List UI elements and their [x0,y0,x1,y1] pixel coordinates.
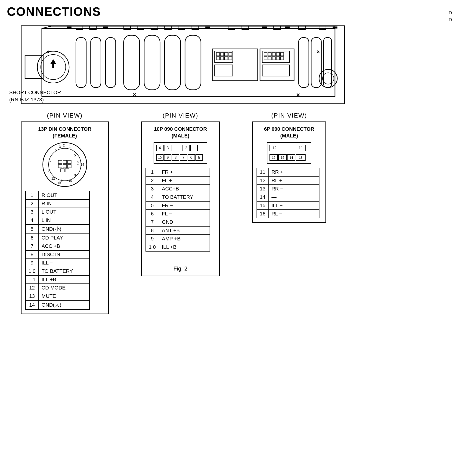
svg-rect-71 [63,160,67,164]
svg-rect-12 [106,38,116,87]
svg-rect-7 [52,62,54,68]
pin-view-label-13p: (PIN VIEW) [47,112,83,119]
svg-rect-34 [268,53,271,56]
svg-rect-59 [274,26,280,30]
svg-text:14: 14 [289,156,293,160]
svg-rect-36 [276,53,280,56]
svg-rect-39 [268,57,271,60]
table-row: 13RR − [257,185,319,193]
svg-rect-55 [178,26,185,30]
svg-text:8: 8 [48,168,49,172]
svg-text:2: 2 [63,143,65,147]
svg-rect-31 [262,51,290,62]
svg-rect-24 [225,53,228,56]
table-row: 12CD MODE [26,284,90,292]
table-row: 1 0TO BATTERY [26,267,90,275]
svg-rect-45 [324,38,332,87]
table-row: 5GND(小) [26,224,90,234]
svg-text:×: × [296,91,300,98]
table-row: 2R IN [26,200,90,208]
pin-view-block-10p: (PIN VIEW) 10P 090 CONNECTOR(MALE) 4 3 2 [141,112,220,276]
svg-text:13: 13 [57,181,61,185]
pin-view-label-10p: (PIN VIEW) [163,112,198,119]
svg-text:×: × [47,49,49,55]
device-svg: × × × [21,26,345,104]
svg-rect-93 [154,142,207,163]
pin-view-block-13p: (PIN VIEW) 13P DIN CONNECTOR(FEMALE) [21,112,109,314]
svg-text:3: 3 [59,145,61,148]
svg-text:10: 10 [68,179,72,183]
table-row: 4L IN [26,216,90,224]
table-row: 9AMP +B [146,235,210,243]
table-row: 3ACC+B [146,185,210,193]
svg-text:10: 10 [158,156,162,160]
connector-title-6p: 6P 090 CONNECTOR(MALE) [257,126,322,139]
svg-rect-63 [103,27,108,28]
svg-rect-53 [151,26,158,30]
svg-rect-28 [225,57,228,60]
svg-rect-75 [67,165,71,168]
table-row: 7ACC +B [26,242,90,250]
svg-rect-40 [272,57,275,60]
table-row: 11RR + [257,168,319,176]
svg-rect-67 [333,27,337,28]
svg-text:14: 14 [80,163,84,166]
pin-diagram-6p: 12 11 16 15 14 13 [266,141,312,165]
table-row: 1FR + [146,168,210,176]
svg-rect-72 [67,160,71,164]
svg-text:6: 6 [77,160,79,164]
svg-rect-54 [165,26,171,30]
svg-rect-35 [272,53,275,56]
svg-point-47 [322,73,334,84]
table-row: 12RL + [257,176,319,185]
svg-rect-66 [285,27,290,28]
pin-diagram-10p: 4 3 2 1 10 9 8 [153,141,208,165]
table-row: 8ANT +B [146,226,210,235]
svg-rect-114 [267,142,311,163]
table-row: 3L OUT [26,208,90,216]
svg-text:11: 11 [299,146,303,150]
svg-text:5: 5 [74,154,76,157]
table-row: 1 1ILL +B [26,275,90,284]
svg-rect-65 [262,27,267,28]
note-line-1: D [449,9,452,16]
svg-rect-49 [76,26,83,30]
table-row: 14GND(大) [26,300,90,310]
svg-rect-61 [319,26,326,30]
svg-rect-56 [192,26,199,30]
page-title: CONNECTIONS [7,5,452,19]
table-row: 1 0ILL +B [146,243,210,251]
svg-text:15: 15 [281,156,284,160]
svg-rect-38 [264,57,267,60]
table-row: 6FL − [146,210,210,218]
svg-text:12: 12 [51,177,55,180]
svg-rect-10 [76,38,86,87]
conn-table-10p: 1FR + 2FL + 3ACC+B 4TO BATTERY 5FR − 6FL… [146,168,210,252]
table-row: 13MUTE [26,292,90,300]
table-row: 9ILL − [26,259,90,267]
short-connector-label: SHORT CONNECTOR (RN-EJZ-1373) [9,89,61,103]
svg-rect-57 [228,26,235,30]
top-right-note: D D [449,9,452,23]
table-row: 8DISC IN [26,250,90,259]
svg-rect-33 [264,53,267,56]
svg-rect-51 [124,26,130,30]
svg-text:9: 9 [167,155,169,160]
svg-rect-13 [124,35,140,90]
table-row: 5FR − [146,201,210,210]
device-diagram: × × × [21,26,345,104]
svg-rect-64 [206,27,210,28]
connector-title-10p: 10P 090 CONNECTOR(MALE) [146,126,215,139]
pin-diagram-13p: 2 1 3 4 5 6 7 8 9 10 11 12 13 1 [42,141,88,188]
svg-rect-32 [262,65,290,76]
svg-text:×: × [133,91,136,98]
svg-rect-52 [137,26,144,30]
table-row: 16RL − [257,210,319,218]
svg-rect-21 [215,65,233,76]
svg-text:8: 8 [175,155,177,160]
conn-table-13p: 1R OUT 2R IN 3L OUT 4L IN 5GND(小) 6CD PL… [25,191,90,310]
table-row: 6CD PLAY [26,234,90,242]
svg-text:4: 4 [159,146,161,150]
svg-text:4: 4 [55,148,56,152]
svg-rect-25 [229,53,232,56]
